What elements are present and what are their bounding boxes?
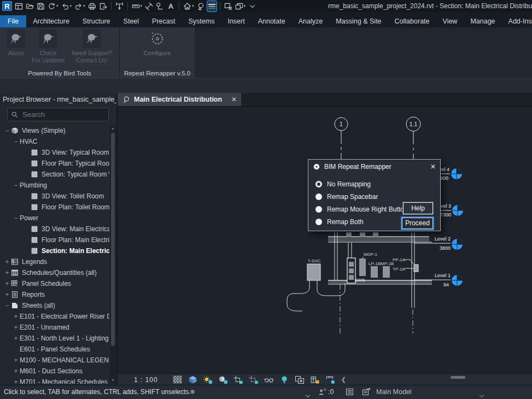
- tab-file[interactable]: File: [0, 15, 26, 27]
- close-view-icon[interactable]: [231, 96, 237, 103]
- tree-item[interactable]: +Schedules/Quantities (all): [0, 267, 109, 278]
- tree-item[interactable]: −HVAC: [0, 136, 109, 147]
- detail-level-icon[interactable]: [172, 375, 183, 384]
- tree-item[interactable]: Floor Plan: Typical Room: [0, 158, 109, 169]
- scroll-up-icon[interactable]: ▲: [110, 125, 116, 132]
- section-icon[interactable]: [196, 1, 206, 11]
- text-icon[interactable]: A: [166, 1, 176, 11]
- expand-icon[interactable]: +: [12, 367, 20, 375]
- design-option-dropdown-icon[interactable]: [479, 390, 484, 399]
- tree-item[interactable]: 3D View: Main Electrical: [0, 224, 109, 234]
- export-icon[interactable]: [98, 1, 108, 11]
- help-button[interactable]: Help: [403, 202, 433, 214]
- crop-visibility-icon[interactable]: [249, 375, 259, 384]
- tree-item[interactable]: +Reports: [0, 289, 109, 300]
- level-1-datum[interactable]: Level 1 94: [414, 273, 463, 287]
- expand-icon[interactable]: +: [12, 356, 20, 364]
- tab-systems[interactable]: Systems: [182, 15, 221, 27]
- tree-item[interactable]: −Views (Simple): [0, 125, 109, 136]
- expand-icon[interactable]: +: [3, 280, 11, 287]
- drawing-area[interactable]: 1 1.1: [118, 107, 532, 373]
- tree-item[interactable]: 3D View: Toilet Room: [0, 191, 109, 202]
- chevron-left-icon[interactable]: ❮: [341, 376, 346, 383]
- switch-windows-icon[interactable]: ▾: [235, 1, 247, 11]
- radio-icon[interactable]: [315, 193, 322, 200]
- properties-icon[interactable]: [14, 1, 24, 11]
- tab-analyze[interactable]: Analyze: [292, 15, 329, 27]
- expand-icon[interactable]: +: [12, 324, 20, 331]
- canvas-scrollbar-thumb[interactable]: [451, 376, 465, 379]
- tab-add-ins[interactable]: Add-Ins: [502, 15, 532, 27]
- tree-item[interactable]: +M100 - MECHANICAL LEGEND: [0, 355, 109, 366]
- expand-icon[interactable]: +: [3, 269, 11, 277]
- tree-item[interactable]: Section: Typical Room W: [0, 169, 109, 180]
- visual-style-icon[interactable]: [188, 375, 198, 384]
- collapse-icon[interactable]: −: [12, 181, 20, 189]
- tab-architecture[interactable]: Architecture: [26, 15, 76, 27]
- tab-manage[interactable]: Manage: [464, 15, 501, 27]
- sync-icon[interactable]: ▾: [47, 1, 59, 11]
- scrollbar-thumb[interactable]: [111, 133, 115, 346]
- tree-item[interactable]: −Power: [0, 213, 109, 224]
- tree-item[interactable]: +Legends: [0, 256, 109, 267]
- tree-item[interactable]: E601 - Panel Schedules: [0, 344, 109, 355]
- search-box[interactable]: [7, 108, 109, 121]
- revit-logo-icon[interactable]: R: [2, 1, 13, 11]
- tree-item[interactable]: +M601 - Duct Sections: [0, 366, 109, 377]
- tree-item[interactable]: Floor Plan: Main Electric: [0, 234, 109, 245]
- tab-steel[interactable]: Steel: [117, 15, 146, 27]
- ruler-icon[interactable]: ▾: [131, 1, 143, 11]
- save-icon[interactable]: [36, 1, 45, 11]
- about-button[interactable]: About: [2, 29, 30, 57]
- proceed-button[interactable]: Proceed: [402, 218, 433, 229]
- tab-collaborate[interactable]: Collaborate: [388, 15, 436, 27]
- tag-icon[interactable]: [155, 1, 165, 11]
- radio-icon[interactable]: [315, 206, 322, 213]
- hide-isolate-icon[interactable]: [279, 375, 290, 384]
- tree-item[interactable]: Floor Plan: Toilet Room: [0, 202, 109, 213]
- collapse-icon[interactable]: −: [3, 302, 11, 309]
- reveal-constraints-icon[interactable]: [325, 375, 336, 384]
- redo-icon[interactable]: ▾: [74, 1, 86, 11]
- tree-item[interactable]: +E301 - North Level 1 - Lighting: [0, 333, 109, 344]
- collapse-icon[interactable]: −: [12, 214, 20, 222]
- close-views-icon[interactable]: [224, 1, 233, 11]
- dialog-title-bar[interactable]: BIM Repeat Remapper: [308, 160, 440, 173]
- tab-view[interactable]: View: [436, 15, 464, 27]
- design-options-icon[interactable]: [362, 388, 371, 398]
- chevron-down-icon[interactable]: [305, 390, 311, 399]
- selection-filter-icon[interactable]: [318, 388, 327, 398]
- crop-view-icon[interactable]: [233, 375, 244, 384]
- radio-option[interactable]: Remap Mouse Right Button: [315, 203, 407, 215]
- collapse-icon[interactable]: −: [3, 127, 11, 134]
- tree-item[interactable]: 3D View: Typical Room: [0, 147, 109, 158]
- expand-icon[interactable]: +: [12, 313, 20, 320]
- tab-annotate[interactable]: Annotate: [252, 15, 292, 27]
- scroll-down-icon[interactable]: ▼: [110, 377, 116, 384]
- active-design-option[interactable]: Main Model: [376, 385, 412, 399]
- search-input[interactable]: [21, 110, 104, 119]
- check-for-updates-button[interactable]: Check For Updates: [30, 29, 67, 64]
- measure-pin-icon[interactable]: [115, 1, 124, 11]
- radio-option[interactable]: No Remapping: [315, 178, 407, 190]
- expand-icon[interactable]: +: [12, 378, 20, 384]
- reveal-hidden-icon[interactable]: [264, 375, 274, 384]
- expand-icon[interactable]: +: [3, 258, 11, 266]
- thin-lines-icon[interactable]: [207, 1, 217, 11]
- open-icon[interactable]: [25, 1, 34, 11]
- customize-icon[interactable]: [248, 1, 257, 11]
- analytical-model-icon[interactable]: [310, 375, 320, 384]
- worksharing-display-icon[interactable]: [295, 375, 305, 384]
- tree-item[interactable]: +E201 - Unnamed: [0, 322, 109, 333]
- editable-only-icon[interactable]: [346, 388, 354, 398]
- browser-scrollbar[interactable]: ▲ ▼: [110, 125, 116, 384]
- tree-item[interactable]: −Sheets (all): [0, 300, 109, 311]
- tree-item[interactable]: Section: Main Electrical: [0, 245, 109, 256]
- tab-insert[interactable]: Insert: [221, 15, 251, 27]
- tree-item[interactable]: +E101 - Electrical Power Riser D: [0, 311, 109, 322]
- configure-button[interactable]: Configure: [142, 29, 173, 58]
- dialog-close-icon[interactable]: [430, 163, 436, 171]
- shadows-icon[interactable]: [218, 375, 229, 384]
- tree-item[interactable]: −Plumbing: [0, 180, 109, 191]
- undo-icon[interactable]: ▾: [61, 1, 73, 11]
